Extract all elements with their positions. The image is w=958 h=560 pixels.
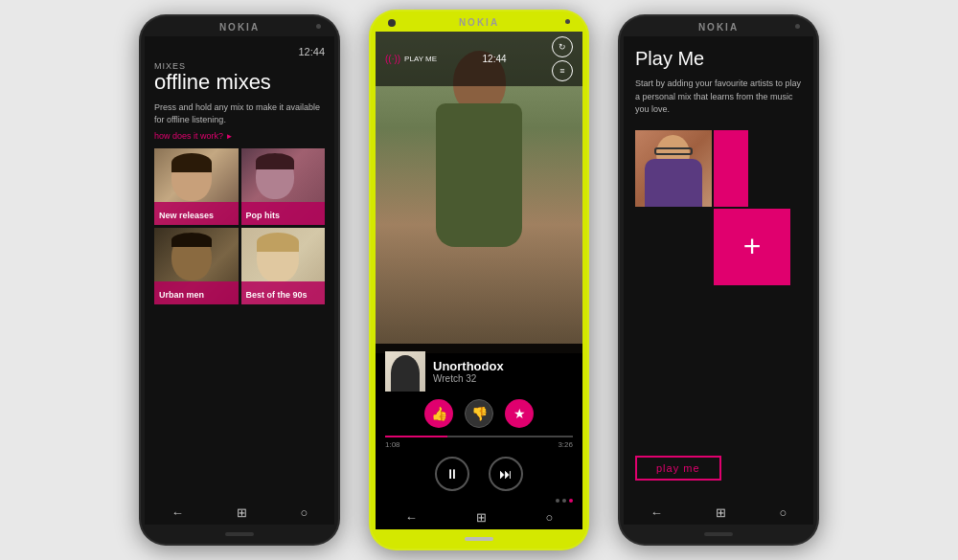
phone-2-time: 12:44 [483, 54, 507, 64]
tile-new-releases[interactable]: New releases [154, 148, 239, 225]
dot-1 [556, 499, 559, 503]
artist-glasses [654, 147, 693, 155]
speaker-dot-1 [316, 24, 321, 29]
progress-fill [385, 436, 447, 437]
transport-controls: ⏸ ⏭ [385, 457, 573, 497]
artist-tiles: + play me [635, 130, 802, 501]
camera-dot-2 [388, 19, 396, 27]
mixes-grid: New releases Pop hits [154, 148, 325, 304]
phone-3-nav: ← ⊞ ○ [624, 500, 813, 525]
nav-search-2[interactable]: ○ [545, 510, 553, 525]
tile-urban-men[interactable]: Urban men [154, 228, 239, 304]
like-button[interactable]: 👍 [424, 399, 453, 428]
phone-1-screen: 12:44 MIXES offline mixes Press and hold… [145, 36, 334, 525]
phone-1-title: offline mixes [154, 71, 325, 94]
nav-search-1[interactable]: ○ [300, 505, 308, 520]
play-me-title: Play Me [635, 48, 802, 70]
speaker-dot-2 [565, 19, 570, 24]
nav-back-1[interactable]: ← [171, 505, 184, 520]
phone-1-time: 12:44 [154, 46, 325, 57]
phone-2-screen: ((·)) PLAY ME 12:44 ↻ ≡ Unorthodox [376, 32, 582, 529]
tile-urban-men-overlay: Urban men [154, 281, 239, 304]
song-title: Unorthodox [433, 359, 573, 373]
time-total: 3:26 [558, 440, 573, 449]
nav-back-2[interactable]: ← [405, 510, 418, 525]
pink-accent [714, 130, 748, 207]
speaker-dot-3 [795, 24, 800, 29]
arrow-icon: ► [226, 132, 234, 141]
phone-3-content: Play Me Start by adding your favourite a… [624, 36, 813, 500]
phone-1-nav: ← ⊞ ○ [145, 500, 334, 525]
shuffle-icon[interactable]: ↻ [552, 36, 573, 57]
phone-3-top: NOKIA [618, 14, 819, 36]
artist-tile[interactable] [635, 130, 712, 207]
play-me-button[interactable]: play me [635, 456, 721, 481]
phone-2-content: ((·)) PLAY ME 12:44 ↻ ≡ Unorthodox [376, 32, 582, 504]
phone-1-top: NOKIA [139, 14, 340, 36]
phone-3: NOKIA Play Me Start by adding your favou… [618, 14, 819, 546]
album-row: Unorthodox Wretch 32 [385, 351, 573, 392]
phone-1: NOKIA 12:44 MIXES offline mixes Press an… [139, 14, 340, 546]
tile-new-releases-overlay: New releases [154, 202, 239, 225]
brand-label-2: NOKIA [459, 17, 499, 28]
menu-icon[interactable]: ≡ [552, 60, 573, 81]
phone-2-nav: ← ⊞ ○ [376, 504, 582, 529]
phone-2-bottom [369, 529, 589, 550]
next-button[interactable]: ⏭ [489, 457, 523, 491]
phone-2-top: NOKIA [369, 10, 589, 32]
tile-pop-hits-overlay: Pop hits [241, 202, 326, 225]
dot-2 [562, 499, 566, 503]
phone-1-desc: Press and hold any mix to make it availa… [154, 101, 325, 125]
song-info: Unorthodox Wretch 32 [433, 359, 573, 384]
star-button[interactable]: ★ [505, 399, 534, 428]
signal-icon: ((·)) [385, 54, 400, 64]
pause-button[interactable]: ⏸ [435, 457, 469, 491]
brand-label-1: NOKIA [219, 22, 260, 33]
nav-back-3[interactable]: ← [650, 505, 663, 520]
phone-3-bottom [618, 525, 819, 546]
tile-best90s[interactable]: Best of the 90s [241, 228, 326, 304]
artist-body [645, 159, 702, 207]
add-artist-tile[interactable]: + [714, 209, 790, 285]
tile-best90s-overlay: Best of the 90s [241, 281, 326, 304]
plus-icon: + [743, 229, 762, 264]
play-me-label: ((·)) PLAY ME [385, 54, 437, 64]
song-artist: Wretch 32 [433, 373, 573, 384]
play-me-bar: ((·)) PLAY ME 12:44 ↻ ≡ [376, 32, 582, 86]
phone-3-screen: Play Me Start by adding your favourite a… [624, 36, 813, 525]
time-current: 1:08 [385, 440, 400, 449]
tile-pop-hits[interactable]: Pop hits [241, 148, 326, 225]
nav-search-3[interactable]: ○ [779, 505, 787, 520]
nav-home-1[interactable]: ⊞ [237, 505, 247, 520]
phone-1-content: 12:44 MIXES offline mixes Press and hold… [145, 36, 334, 500]
nav-home-2[interactable]: ⊞ [476, 510, 487, 525]
album-art [385, 351, 425, 392]
album-person [391, 355, 420, 392]
page-dots [385, 497, 573, 504]
player-panel: Unorthodox Wretch 32 👍 👎 ★ 1:08 3:26 [376, 344, 582, 504]
brand-label-3: NOKIA [698, 22, 739, 33]
top-icons: ↻ ≡ [552, 36, 573, 81]
nav-home-3[interactable]: ⊞ [716, 505, 726, 520]
progress-bar[interactable] [385, 436, 573, 437]
dot-3 [569, 499, 573, 503]
play-me-desc: Start by adding your favourite artists t… [635, 78, 802, 117]
phone-2: NOKIA ((·)) PLAY ME 12:44 ↻ [369, 10, 589, 550]
action-buttons: 👍 👎 ★ [385, 399, 573, 428]
person-body [436, 103, 522, 247]
phone-1-bottom [139, 525, 340, 546]
dislike-button[interactable]: 👎 [465, 399, 493, 428]
progress-times: 1:08 3:26 [385, 440, 573, 449]
phone-1-link[interactable]: how does it work? ► [154, 131, 325, 141]
